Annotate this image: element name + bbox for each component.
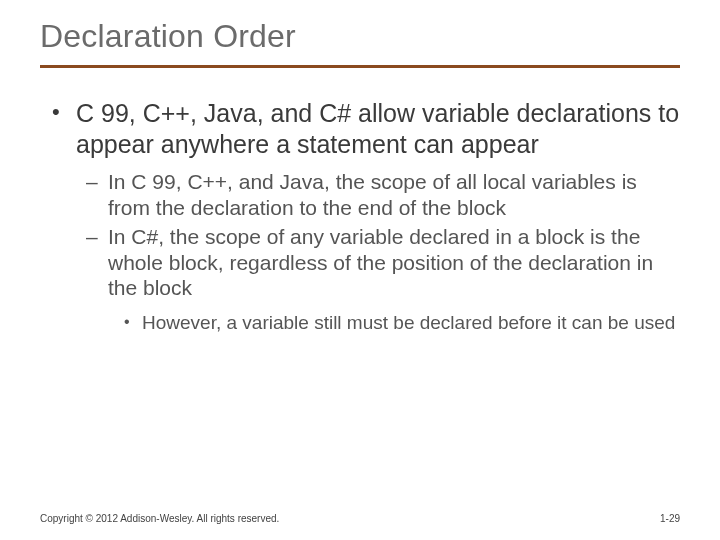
bullet-list-level2: In C 99, C++, and Java, the scope of all… bbox=[86, 169, 680, 334]
slide-title: Declaration Order bbox=[40, 18, 680, 55]
title-underline bbox=[40, 65, 680, 68]
copyright-text: Copyright © 2012 Addison-Wesley. All rig… bbox=[40, 513, 279, 524]
bullet-l3-text: However, a variable still must be declar… bbox=[142, 312, 675, 333]
bullet-l1-text: C 99, C++, Java, and C# allow variable d… bbox=[76, 99, 679, 158]
bullet-l3: However, a variable still must be declar… bbox=[122, 311, 680, 334]
bullet-l2-text: In C#, the scope of any variable declare… bbox=[108, 225, 653, 299]
bullet-l2: In C#, the scope of any variable declare… bbox=[86, 224, 680, 334]
footer: Copyright © 2012 Addison-Wesley. All rig… bbox=[40, 513, 680, 524]
bullet-l1: C 99, C++, Java, and C# allow variable d… bbox=[48, 98, 680, 334]
bullet-l2-text: In C 99, C++, and Java, the scope of all… bbox=[108, 170, 637, 219]
bullet-list-level1: C 99, C++, Java, and C# allow variable d… bbox=[48, 98, 680, 334]
bullet-l2: In C 99, C++, and Java, the scope of all… bbox=[86, 169, 680, 220]
page-number: 1-29 bbox=[660, 513, 680, 524]
bullet-list-level3: However, a variable still must be declar… bbox=[122, 311, 680, 334]
slide: Declaration Order C 99, C++, Java, and C… bbox=[0, 0, 720, 540]
